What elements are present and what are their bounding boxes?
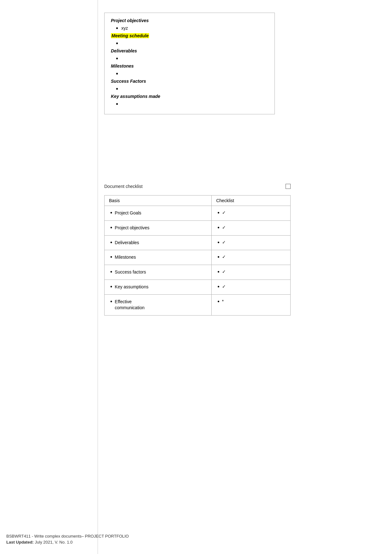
basis-cell-1: • Project Goals: [105, 206, 212, 221]
checklist-cell-6: • ✓: [212, 280, 291, 294]
footer-updated-value: July 2021, V. No. 1.0: [35, 540, 73, 545]
bullet-milestones-empty: •: [116, 71, 268, 77]
table-row: • Project Goals • ✓: [105, 206, 291, 221]
bullet-success-empty: •: [116, 86, 268, 92]
section-milestones: Milestones •: [111, 63, 268, 77]
checklist-cell-5: • ✓: [212, 265, 291, 280]
basis-text-7: Effectivecommunication: [115, 299, 144, 311]
bullet-dot: •: [217, 240, 219, 246]
checklist-cell-3: • ✓: [212, 235, 291, 250]
checkmark-5: ✓: [222, 269, 226, 274]
basis-text-5: Success factors: [115, 269, 146, 275]
bullet-dot: •: [217, 225, 219, 231]
bullet-meeting-empty: •: [116, 41, 268, 46]
table-row: • Project objectives • ✓: [105, 220, 291, 235]
basis-cell-7: • Effectivecommunication: [105, 294, 212, 315]
bullet-text-xyz: xyz: [121, 26, 128, 31]
table-row: • Effectivecommunication • *: [105, 294, 291, 315]
heading-key-assumptions: Key assumptions made: [111, 94, 268, 99]
basis-cell-5: • Success factors: [105, 265, 212, 280]
heading-meeting-schedule: Meeting schedule: [111, 33, 268, 38]
heading-project-objectives: Project objectives: [111, 18, 268, 23]
bullet-dot: •: [110, 254, 112, 261]
checkmark-1: ✓: [222, 210, 226, 215]
bullet-dot: •: [110, 225, 112, 231]
checklist-checkbox[interactable]: [286, 184, 291, 189]
basis-text-6: Key assumptions: [115, 284, 148, 290]
table-row: • Success factors • ✓: [105, 265, 291, 280]
checklist-header-row: Document checklist: [104, 184, 291, 189]
section-success-factors: Success Factors •: [111, 79, 268, 92]
basis-cell-6: • Key assumptions: [105, 280, 212, 294]
main-content: Project objectives • xyz Meeting schedul…: [98, 13, 376, 316]
left-margin: [0, 0, 98, 554]
heading-deliverables: Deliverables: [111, 48, 268, 53]
checklist-cell-4: • ✓: [212, 250, 291, 265]
checklist-cell-2: • ✓: [212, 220, 291, 235]
page-container: Project objectives • xyz Meeting schedul…: [0, 0, 392, 554]
basis-cell-2: • Project objectives: [105, 220, 212, 235]
checklist-cell-1: • ✓: [212, 206, 291, 221]
checkmark-6: ✓: [222, 284, 226, 289]
footer-main-text: BSBWRT411 - Write complex documents– PRO…: [6, 534, 386, 539]
section-deliverables: Deliverables •: [111, 48, 268, 62]
table-row: • Deliverables • ✓: [105, 235, 291, 250]
col-header-checklist: Checklist: [212, 196, 291, 206]
bullet-dot: •: [217, 299, 219, 305]
bullet-dot: •: [116, 55, 118, 62]
basis-text-1: Project Goals: [115, 210, 141, 216]
bullet-dot: •: [116, 86, 118, 92]
basis-text-3: Deliverables: [115, 240, 139, 246]
basis-text-4: Milestones: [115, 254, 136, 261]
col-header-basis: Basis: [105, 196, 212, 206]
heading-success-factors: Success Factors: [111, 79, 268, 84]
bullet-dot: •: [217, 284, 219, 290]
bullet-dot: •: [217, 210, 219, 216]
basis-text-2: Project objectives: [115, 225, 149, 231]
top-table: Project objectives • xyz Meeting schedul…: [104, 13, 275, 114]
checkmark-2: ✓: [222, 225, 226, 230]
checklist-label: Document checklist: [104, 184, 142, 189]
basis-cell-4: • Milestones: [105, 250, 212, 265]
footer-updated-label: Last Updated:: [6, 540, 34, 545]
bullet-dot: •: [110, 299, 112, 305]
bullet-dot: •: [217, 254, 219, 261]
footer-updated: Last Updated: July 2021, V. No. 1.0: [6, 540, 386, 545]
table-row: • Milestones • ✓: [105, 250, 291, 265]
bullet-dot: •: [116, 101, 118, 107]
section-key-assumptions: Key assumptions made •: [111, 94, 268, 107]
bullet-deliverables-empty: •: [116, 56, 268, 62]
bullet-dot: •: [110, 269, 112, 275]
footer: BSBWRT411 - Write complex documents– PRO…: [6, 534, 386, 545]
bullet-dot: •: [116, 25, 118, 31]
heading-milestones: Milestones: [111, 63, 268, 69]
asterisk-7: *: [222, 299, 224, 304]
section-project-objectives: Project objectives • xyz: [111, 18, 268, 31]
section-meeting-schedule: Meeting schedule •: [111, 33, 268, 46]
basis-cell-3: • Deliverables: [105, 235, 212, 250]
bullet-dot: •: [217, 269, 219, 275]
bullet-dot: •: [110, 284, 112, 290]
checklist-cell-7: • *: [212, 294, 291, 315]
spacer: [104, 127, 370, 178]
table-row: • Key assumptions • ✓: [105, 280, 291, 294]
checkmark-3: ✓: [222, 240, 226, 245]
checkmark-4: ✓: [222, 254, 226, 259]
bullet-dot: •: [116, 40, 118, 46]
bullet-dot: •: [116, 70, 118, 77]
bullet-dot: •: [110, 240, 112, 246]
bullet-xyz: • xyz: [116, 26, 268, 31]
bullet-dot: •: [110, 210, 112, 216]
bullet-assumptions-empty: •: [116, 101, 268, 107]
checklist-table: Basis Checklist • Project Goals •: [104, 195, 291, 316]
